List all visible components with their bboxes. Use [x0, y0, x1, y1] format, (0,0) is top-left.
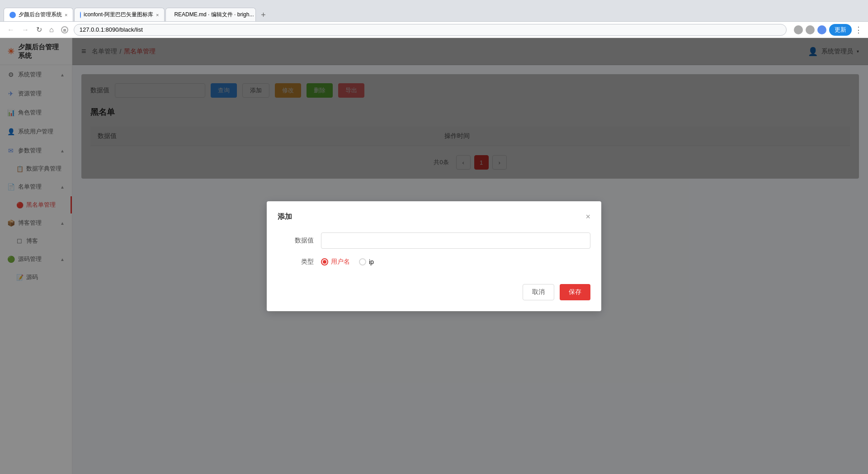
- radio-ip[interactable]: ip: [359, 258, 374, 265]
- refresh-button[interactable]: ↻: [34, 24, 44, 36]
- save-button[interactable]: 保存: [560, 284, 590, 300]
- modal-overlay: 添加 × 数据值 类型: [72, 65, 868, 474]
- account-icon: [817, 25, 826, 34]
- back-button[interactable]: ←: [5, 24, 16, 36]
- modal-footer: 取消 保存: [278, 284, 590, 300]
- browser-chrome: 夕颜后台管理系统 × iconfont-阿里巴巴矢量图标库 × README.m…: [0, 0, 868, 22]
- tab-1-label: 夕颜后台管理系统: [19, 11, 62, 19]
- form-row-data-value: 数据值: [278, 232, 590, 249]
- radio-username-circle: [321, 258, 328, 265]
- update-button[interactable]: 更新: [829, 24, 852, 36]
- form-input-data-value[interactable]: [321, 232, 590, 249]
- modal-dialog: 添加 × 数据值 类型: [267, 201, 601, 311]
- radio-ip-label: ip: [369, 258, 374, 265]
- modal-title: 添加: [278, 212, 292, 222]
- page-content: 数据值 查询 添加 修改 删除 导出 黑名单 数据值 操作时间: [72, 65, 868, 474]
- tab-1[interactable]: 夕颜后台管理系统 ×: [4, 8, 73, 21]
- tab-2-close[interactable]: ×: [156, 12, 159, 18]
- radio-username-label: 用户名: [331, 258, 350, 266]
- url-bar[interactable]: [74, 24, 787, 36]
- modal-close-button[interactable]: ×: [585, 213, 590, 221]
- tab-1-icon: [9, 12, 16, 18]
- more-options-icon[interactable]: ⋮: [854, 25, 863, 35]
- home-button[interactable]: ⌂: [47, 24, 56, 36]
- app-wrapper: ☀ 夕颜后台管理系统 ⚙ 系统管理 ▲ ✈ 资源管理 📊 角色管理 👤 系统用户…: [0, 38, 868, 474]
- tab-1-close[interactable]: ×: [65, 12, 67, 18]
- browser-tabs: 夕颜后台管理系统 × iconfont-阿里巴巴矢量图标库 × README.m…: [4, 0, 269, 21]
- tab-3-label: README.md · 编辑文件 · brigh...: [174, 11, 254, 19]
- tab-3[interactable]: README.md · 编辑文件 · brigh... ×: [165, 8, 256, 21]
- forward-button[interactable]: →: [20, 24, 31, 36]
- modal-body: 数据值 类型 用户名: [278, 232, 590, 266]
- modal-header: 添加 ×: [278, 212, 590, 222]
- tab-2-icon: [80, 12, 81, 18]
- radio-ip-circle: [359, 258, 366, 265]
- bookmark-icon: [794, 25, 803, 34]
- new-tab-button[interactable]: +: [257, 9, 269, 21]
- form-label-data-value: 数据值: [278, 237, 314, 245]
- radio-group-type: 用户名 ip: [321, 258, 374, 266]
- form-label-type: 类型: [278, 258, 314, 266]
- tab-2-label: iconfont-阿里巴巴矢量图标库: [84, 11, 153, 19]
- lock-icon: [61, 26, 68, 33]
- main-content: ≡ 名单管理 / 黑名单管理 👤 系统管理员 ▾ 数据值 查询: [72, 38, 868, 474]
- extensions-icon: [806, 25, 815, 34]
- cancel-button[interactable]: 取消: [523, 284, 554, 300]
- browser-nav: ← → ↻ ⌂ 更新 ⋮: [0, 22, 868, 38]
- form-row-type: 类型 用户名 ip: [278, 258, 590, 266]
- radio-username[interactable]: 用户名: [321, 258, 350, 266]
- tab-2[interactable]: iconfont-阿里巴巴矢量图标库 ×: [74, 8, 165, 21]
